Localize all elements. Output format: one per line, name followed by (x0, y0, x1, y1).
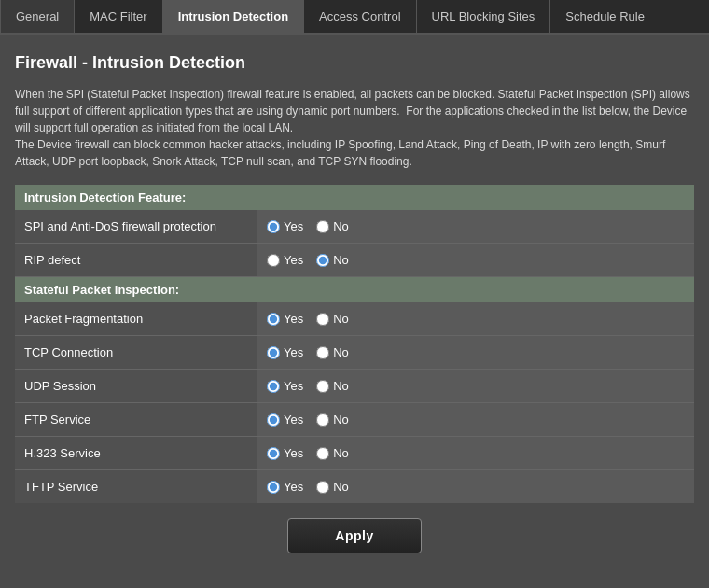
row-h323-service-options: Yes No (257, 437, 694, 470)
tab-schedule-rule[interactable]: Schedule Rule (550, 0, 660, 33)
row-ftp-service-label: FTP Service (15, 403, 257, 437)
tab-intrusion-detection[interactable]: Intrusion Detection (163, 0, 304, 33)
radio-tftp-no-label: No (333, 480, 349, 494)
radio-h323-no[interactable]: No (316, 446, 349, 460)
row-h323-service-label: H.323 Service (15, 437, 257, 470)
row-spi-antidos-label: SPI and Anti-DoS firewall protection (15, 210, 257, 244)
radio-tcp-conn-no-input[interactable] (316, 346, 329, 359)
radio-tcp-conn-yes-label: Yes (284, 345, 303, 359)
section-header-intrusion: Intrusion Detection Feature: (15, 185, 694, 210)
radio-spi-no-input[interactable] (316, 220, 329, 233)
radio-ftp-no-input[interactable] (316, 413, 329, 427)
radio-tftp-no-input[interactable] (316, 481, 329, 494)
radio-rip-yes-input[interactable] (267, 254, 280, 267)
radio-rip-no-label: No (333, 253, 349, 267)
radio-group-ftp: Yes No (267, 413, 685, 427)
radio-udp-session-yes-input[interactable] (267, 380, 280, 393)
apply-container: Apply (15, 503, 694, 563)
tab-bar: General MAC Filter Intrusion Detection A… (0, 0, 709, 35)
radio-spi-no[interactable]: No (316, 219, 349, 233)
radio-tcp-conn-yes[interactable]: Yes (267, 345, 303, 359)
radio-h323-no-input[interactable] (316, 447, 329, 460)
radio-packet-frag-yes[interactable]: Yes (267, 312, 303, 326)
radio-packet-frag-yes-label: Yes (284, 312, 303, 326)
section-header-intrusion-label: Intrusion Detection Feature: (15, 185, 694, 210)
radio-tftp-yes-input[interactable] (267, 481, 280, 494)
row-ftp-service: FTP Service Yes No (15, 403, 694, 437)
radio-rip-yes[interactable]: Yes (267, 253, 303, 267)
row-udp-session-options: Yes No (257, 370, 694, 403)
row-ftp-service-options: Yes No (257, 403, 694, 437)
radio-udp-session-no-input[interactable] (316, 380, 329, 393)
radio-h323-yes[interactable]: Yes (267, 446, 303, 460)
row-tcp-conn: TCP Connection Yes No (15, 336, 694, 370)
radio-group-udp-session: Yes No (267, 379, 685, 393)
radio-udp-session-no-label: No (333, 379, 349, 393)
radio-packet-frag-no-label: No (333, 312, 349, 326)
apply-button[interactable]: Apply (287, 518, 421, 553)
radio-tcp-conn-no-label: No (333, 345, 349, 359)
row-tcp-conn-options: Yes No (257, 336, 694, 370)
tab-mac-filter[interactable]: MAC Filter (75, 0, 162, 33)
row-spi-antidos-options: Yes No (257, 210, 694, 244)
main-content: Firewall - Intrusion Detection When the … (0, 35, 709, 578)
radio-udp-session-yes-label: Yes (284, 379, 303, 393)
settings-table: Intrusion Detection Feature: SPI and Ant… (15, 185, 694, 503)
tab-general[interactable]: General (0, 0, 75, 33)
row-rip-defect: RIP defect Yes No (15, 244, 694, 277)
tab-url-blocking[interactable]: URL Blocking Sites (417, 0, 551, 33)
radio-spi-yes-label: Yes (284, 219, 303, 233)
radio-udp-session-yes[interactable]: Yes (267, 379, 303, 393)
radio-spi-yes[interactable]: Yes (267, 219, 303, 233)
row-rip-defect-label: RIP defect (15, 244, 257, 277)
radio-spi-no-label: No (333, 219, 349, 233)
radio-ftp-no[interactable]: No (316, 413, 349, 427)
row-packet-frag-label: Packet Fragmentation (15, 302, 257, 336)
radio-packet-frag-no-input[interactable] (316, 313, 329, 326)
radio-spi-yes-input[interactable] (267, 220, 280, 233)
radio-ftp-yes-label: Yes (284, 413, 303, 427)
row-tftp-service: TFTP Service Yes No (15, 470, 694, 504)
tab-access-control[interactable]: Access Control (304, 0, 416, 33)
radio-tftp-no[interactable]: No (316, 480, 349, 494)
radio-rip-no[interactable]: No (316, 253, 349, 267)
radio-group-rip: Yes No (267, 253, 685, 267)
radio-h323-yes-input[interactable] (267, 447, 280, 460)
row-h323-service: H.323 Service Yes No (15, 437, 694, 470)
radio-ftp-yes-input[interactable] (267, 413, 280, 427)
radio-group-tcp-conn: Yes No (267, 345, 685, 359)
section-header-spi: Stateful Packet Inspection: (15, 277, 694, 303)
radio-group-spi: Yes No (267, 219, 685, 233)
row-packet-frag-options: Yes No (257, 302, 694, 336)
radio-tcp-conn-no[interactable]: No (316, 345, 349, 359)
radio-group-packet-frag: Yes No (267, 312, 685, 326)
row-packet-frag: Packet Fragmentation Yes No (15, 302, 694, 336)
radio-group-tftp: Yes No (267, 480, 685, 494)
radio-ftp-yes[interactable]: Yes (267, 413, 303, 427)
radio-packet-frag-yes-input[interactable] (267, 313, 280, 326)
radio-h323-yes-label: Yes (284, 446, 303, 460)
row-udp-session: UDP Session Yes No (15, 370, 694, 403)
row-rip-defect-options: Yes No (257, 244, 694, 277)
description-text: When the SPI (Stateful Packet Inspection… (15, 86, 694, 170)
radio-tftp-yes[interactable]: Yes (267, 480, 303, 494)
radio-packet-frag-no[interactable]: No (316, 312, 349, 326)
radio-tcp-conn-yes-input[interactable] (267, 346, 280, 359)
radio-group-h323: Yes No (267, 446, 685, 460)
section-header-spi-label: Stateful Packet Inspection: (15, 277, 694, 303)
row-tcp-conn-label: TCP Connection (15, 336, 257, 370)
row-tftp-service-label: TFTP Service (15, 470, 257, 504)
page-title: Firewall - Intrusion Detection (15, 53, 694, 73)
radio-tftp-yes-label: Yes (284, 480, 303, 494)
radio-rip-yes-label: Yes (284, 253, 303, 267)
radio-ftp-no-label: No (333, 413, 349, 427)
radio-rip-no-input[interactable] (316, 254, 329, 267)
row-spi-antidos: SPI and Anti-DoS firewall protection Yes… (15, 210, 694, 244)
row-tftp-service-options: Yes No (257, 470, 694, 504)
radio-udp-session-no[interactable]: No (316, 379, 349, 393)
radio-h323-no-label: No (333, 446, 349, 460)
row-udp-session-label: UDP Session (15, 370, 257, 403)
